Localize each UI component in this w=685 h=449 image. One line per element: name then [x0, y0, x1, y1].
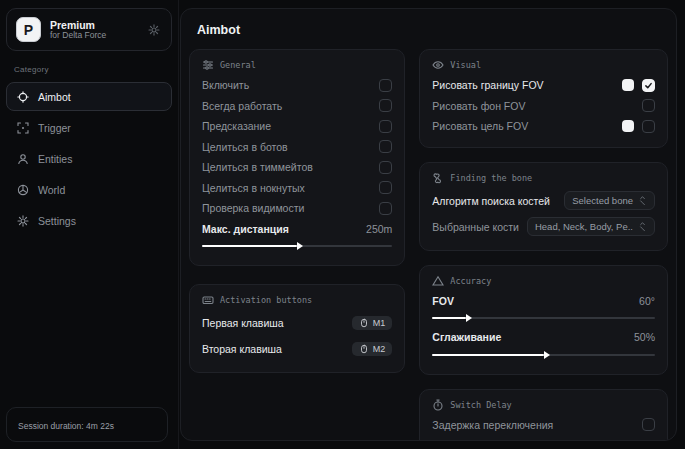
card-title: Visual — [450, 60, 481, 70]
sidebar-item-entities[interactable]: Entities — [6, 144, 172, 173]
setting-label: Задержка переключения — [432, 419, 634, 431]
setting-row: Вторая клавишаM2 — [202, 336, 392, 362]
checkbox[interactable] — [642, 120, 655, 133]
left-column: GeneralВключитьВсегда работатьПредсказан… — [189, 49, 405, 391]
setting-label: Рисовать цель FOV — [432, 120, 614, 132]
setting-label: Рисовать границу FOV — [432, 79, 614, 91]
slider-thumb[interactable] — [297, 242, 303, 250]
category-label: Category — [14, 65, 172, 74]
slider-value: 250m — [366, 223, 392, 235]
setting-label: Задержка переключения (мс) — [432, 439, 606, 441]
checkbox[interactable] — [379, 99, 392, 112]
sidebar-nav: AimbotTriggerEntitiesWorldSettings — [6, 82, 172, 235]
sidebar: P Premium for Delta Force Category Aimbo… — [0, 0, 179, 449]
dropdown-value: Head, Neck, Body, Pe.. — [535, 221, 633, 232]
card-title: Finding the bone — [450, 173, 532, 183]
setting-row: Задержка переключения — [432, 415, 655, 436]
tune-icon — [202, 59, 214, 71]
setting-row: Рисовать границу FOV — [432, 75, 655, 96]
setting-label: Первая клавиша — [202, 317, 344, 329]
mouse-icon — [359, 318, 369, 328]
sidebar-item-world[interactable]: World — [6, 175, 172, 204]
checkbox[interactable] — [642, 99, 655, 112]
setting-label: Проверка видимости — [202, 202, 371, 214]
setting-row: Предсказание — [202, 116, 392, 137]
sidebar-item-aimbot[interactable]: Aimbot — [6, 82, 172, 111]
setting-label: Сглаживание — [432, 331, 626, 343]
chevron-updown-icon — [638, 196, 647, 205]
setting-label: FOV — [432, 295, 631, 307]
slider-value: 50% — [634, 331, 655, 343]
setting-row: Целиться в нокнутых — [202, 178, 392, 199]
checkbox[interactable] — [379, 120, 392, 133]
slider-value: 1000 ms — [615, 439, 655, 441]
card-title: Switch Delay — [450, 400, 511, 410]
timer-icon — [432, 399, 444, 411]
setting-row: Включить — [202, 75, 392, 96]
dropdown[interactable]: Selected bone — [564, 191, 655, 210]
slider[interactable] — [202, 241, 392, 251]
card-visual: VisualРисовать границу FOVРисовать фон F… — [419, 49, 668, 148]
slider-thumb[interactable] — [466, 314, 472, 322]
sidebar-item-label: Aimbot — [38, 91, 71, 103]
setting-row: Задержка переключения (мс)1000 ms — [432, 435, 655, 441]
keyboard-icon — [202, 294, 214, 306]
checkbox[interactable] — [379, 181, 392, 194]
product-subtitle: for Delta Force — [50, 31, 137, 41]
setting-row: Первая клавишаM1 — [202, 310, 392, 336]
color-swatch[interactable] — [622, 79, 634, 91]
color-swatch[interactable] — [622, 120, 634, 132]
world-icon — [16, 183, 29, 196]
keybind-button[interactable]: M2 — [352, 342, 393, 356]
setting-label: Целиться в тиммейтов — [202, 161, 371, 173]
setting-row: Рисовать фон FOV — [432, 96, 655, 117]
right-column: VisualРисовать границу FOVРисовать фон F… — [419, 49, 668, 441]
checkbox[interactable] — [379, 202, 392, 215]
trigger-icon — [16, 121, 29, 134]
sidebar-item-settings[interactable]: Settings — [6, 206, 172, 235]
dropdown[interactable]: Head, Neck, Body, Pe.. — [527, 217, 655, 236]
bone-icon — [432, 172, 444, 184]
checkbox[interactable] — [379, 140, 392, 153]
gear-icon — [16, 214, 29, 227]
checkbox[interactable] — [642, 79, 655, 92]
slider-thumb[interactable] — [544, 351, 550, 359]
setting-label: Макс. дистанция — [202, 223, 358, 235]
page-title: Aimbot — [197, 23, 660, 37]
setting-label: Рисовать фон FOV — [432, 100, 634, 112]
sidebar-item-label: Trigger — [38, 122, 71, 134]
chevron-updown-icon — [638, 222, 647, 231]
slider[interactable] — [432, 350, 655, 360]
keybind-button[interactable]: M1 — [352, 316, 393, 330]
setting-label: Целиться в ботов — [202, 141, 371, 153]
slider[interactable] — [432, 313, 655, 323]
setting-label: Включить — [202, 79, 371, 91]
product-card: P Premium for Delta Force — [6, 8, 172, 51]
setting-row: Сглаживание50% — [432, 327, 655, 360]
setting-row: FOV60° — [432, 291, 655, 324]
checkbox[interactable] — [642, 418, 655, 431]
product-logo: P — [16, 17, 41, 42]
session-duration: Session duration: 4m 22s — [6, 407, 168, 442]
setting-label: Всегда работать — [202, 100, 371, 112]
mouse-icon — [359, 344, 369, 354]
setting-label: Алгоритм поиска костей — [432, 195, 556, 207]
main-panel: Aimbot GeneralВключитьВсегда работатьПре… — [180, 8, 677, 441]
setting-row: Алгоритм поиска костейSelected bone — [432, 188, 655, 214]
card-general: GeneralВключитьВсегда работатьПредсказан… — [189, 49, 405, 266]
card-title: Activation buttons — [220, 295, 312, 305]
setting-label: Целиться в нокнутых — [202, 182, 371, 194]
triangle-icon — [432, 275, 444, 287]
setting-row: Всегда работать — [202, 96, 392, 117]
checkbox[interactable] — [379, 79, 392, 92]
checkbox[interactable] — [379, 161, 392, 174]
setting-row: Целиться в тиммейтов — [202, 157, 392, 178]
setting-row: Макс. дистанция250m — [202, 219, 392, 252]
entities-icon — [16, 152, 29, 165]
sidebar-item-label: Settings — [38, 215, 76, 227]
card-accuracy: AccuracyFOV60°Сглаживание50% — [419, 265, 668, 375]
setting-label: Вторая клавиша — [202, 343, 344, 355]
settings-gear-icon[interactable] — [146, 22, 162, 38]
card-finding-the-bone: Finding the boneАлгоритм поиска костейSe… — [419, 162, 668, 251]
sidebar-item-trigger[interactable]: Trigger — [6, 113, 172, 142]
